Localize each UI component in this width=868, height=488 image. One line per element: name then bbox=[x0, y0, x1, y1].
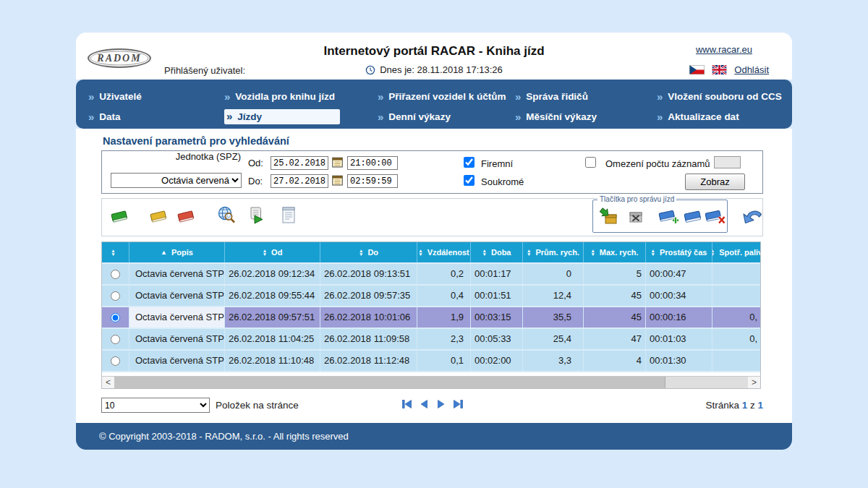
undo-arrow-icon[interactable] bbox=[741, 207, 765, 226]
from-time-input[interactable] bbox=[347, 156, 398, 170]
today-text: Dnes je: 28.11.2018 17:13:26 bbox=[380, 64, 503, 75]
trip-row[interactable]: Octavia červená STP 26.02.2018 09:57:51 … bbox=[102, 307, 760, 329]
nav-item-label: Denní výkazy bbox=[388, 111, 451, 122]
private-checkbox[interactable] bbox=[464, 175, 475, 186]
show-button[interactable]: Zobraz bbox=[685, 174, 745, 190]
cell-select bbox=[102, 264, 129, 284]
column-header[interactable]: Doba bbox=[471, 242, 523, 262]
horizontal-scrollbar[interactable] bbox=[102, 376, 760, 388]
column-header-label: Vzdálenost bbox=[427, 248, 469, 257]
from-date-input[interactable] bbox=[271, 156, 328, 170]
prev-page-icon[interactable] bbox=[419, 399, 429, 409]
trip-row[interactable]: Octavia červená STP 26.02.2018 09:12:34 … bbox=[102, 264, 760, 286]
sort-icon[interactable] bbox=[712, 249, 715, 256]
box-cut-icon[interactable] bbox=[625, 207, 645, 226]
column-header[interactable]: Popis bbox=[129, 242, 225, 262]
main-nav: Uživatelé Vozidla pro knihu jízd Přiřaze… bbox=[76, 80, 792, 129]
limit-input[interactable] bbox=[714, 156, 741, 168]
sort-icon[interactable] bbox=[527, 249, 531, 256]
trip-row[interactable]: Octavia červená STP 26.02.2018 09:55:44 … bbox=[102, 286, 760, 307]
row-radio[interactable] bbox=[111, 356, 120, 366]
book-add-icon[interactable] bbox=[658, 207, 680, 226]
sort-icon[interactable] bbox=[418, 249, 422, 256]
trip-row[interactable]: Octavia červená STP 26.02.2018 11:10:48 … bbox=[102, 351, 760, 372]
to-date-input[interactable] bbox=[271, 174, 328, 188]
nav-item[interactable]: Přiřazení vozidel k účtům bbox=[378, 89, 515, 104]
column-header[interactable]: Prostátý čas bbox=[646, 242, 712, 262]
of-label: z bbox=[750, 400, 755, 411]
column-header[interactable] bbox=[102, 242, 129, 262]
sort-icon[interactable] bbox=[359, 249, 363, 256]
book-pages-icon[interactable] bbox=[683, 207, 703, 226]
row-radio[interactable] bbox=[111, 270, 120, 279]
nav-item[interactable]: Jízdy bbox=[224, 109, 340, 124]
logout-link[interactable]: Odhlásit bbox=[734, 64, 769, 75]
sort-icon[interactable] bbox=[263, 249, 267, 256]
column-header[interactable]: Do bbox=[320, 242, 417, 262]
cell-select bbox=[102, 307, 129, 328]
box-import-icon[interactable] bbox=[599, 207, 619, 226]
row-radio[interactable] bbox=[111, 313, 120, 322]
green-book-icon[interactable] bbox=[109, 207, 129, 226]
nav-item[interactable]: Aktualizace dat bbox=[657, 109, 792, 124]
column-header[interactable]: Vzdálenost bbox=[417, 242, 471, 262]
website-link[interactable]: www.racar.eu bbox=[696, 44, 752, 55]
page-size-select[interactable]: 10 bbox=[101, 398, 210, 413]
nav-item-label: Data bbox=[99, 111, 120, 122]
red-book-icon[interactable] bbox=[176, 207, 196, 226]
scrollbar-thumb[interactable] bbox=[114, 377, 665, 388]
nav-item[interactable]: Měsíční výkazy bbox=[515, 109, 657, 124]
globe-search-icon[interactable] bbox=[216, 205, 237, 225]
nav-item[interactable]: Denní výkazy bbox=[378, 109, 515, 124]
scroll-right-button[interactable] bbox=[748, 377, 760, 388]
limit-checkbox[interactable] bbox=[585, 157, 596, 168]
column-header[interactable]: Spotř. paliv bbox=[712, 242, 760, 262]
cell-prum-rych: 12,4 bbox=[523, 286, 584, 306]
chevron-right-icon bbox=[378, 111, 383, 123]
script-run-icon[interactable] bbox=[245, 205, 265, 225]
row-radio[interactable] bbox=[111, 335, 120, 344]
sort-icon[interactable] bbox=[590, 249, 595, 256]
table-body: Octavia červená STP 26.02.2018 09:12:34 … bbox=[102, 264, 760, 372]
nav-item[interactable]: Data bbox=[88, 109, 224, 124]
next-page-icon[interactable] bbox=[435, 399, 446, 409]
sort-icon[interactable] bbox=[161, 249, 167, 256]
last-page-icon[interactable] bbox=[452, 399, 464, 409]
book-delete-icon[interactable] bbox=[705, 207, 726, 226]
column-header[interactable]: Max. rych. bbox=[584, 242, 646, 262]
scroll-left-button[interactable] bbox=[102, 377, 114, 388]
yellow-book-icon[interactable] bbox=[148, 207, 169, 226]
sort-icon[interactable] bbox=[482, 249, 487, 256]
cell-od: 26.02.2018 09:12:34 bbox=[225, 264, 320, 284]
content: Nastavení parametrů pro vyhledávání Jedn… bbox=[76, 129, 792, 423]
sort-icon[interactable] bbox=[111, 249, 115, 256]
cell-popis: Octavia červená STP bbox=[129, 286, 225, 306]
sort-icon[interactable] bbox=[651, 249, 655, 256]
report-form-icon[interactable] bbox=[280, 206, 297, 225]
first-page-icon[interactable] bbox=[401, 399, 412, 409]
uk-flag-icon[interactable] bbox=[712, 65, 727, 74]
row-radio[interactable] bbox=[111, 291, 120, 301]
to-time-input[interactable] bbox=[347, 174, 398, 188]
nav-item[interactable]: Uživatelé bbox=[88, 89, 224, 104]
cell-select bbox=[102, 286, 129, 306]
items-per-page-label: Položek na stránce bbox=[216, 400, 299, 411]
company-checkbox[interactable] bbox=[464, 157, 475, 168]
cell-doba: 00:01:51 bbox=[471, 286, 523, 306]
cell-popis: Octavia červená STP bbox=[129, 264, 225, 284]
cell-prostaty-cas: 00:01:03 bbox=[646, 329, 712, 349]
chevron-right-icon bbox=[515, 91, 521, 103]
column-header[interactable]: Prům. rych. bbox=[523, 242, 584, 262]
trip-row[interactable]: Octavia červená STP 26.02.2018 11:04:25 … bbox=[102, 329, 760, 351]
unit-select[interactable]: Octávia červená bbox=[111, 173, 242, 188]
scrollbar-track[interactable] bbox=[114, 377, 748, 388]
czech-flag-icon[interactable] bbox=[689, 65, 705, 74]
nav-item[interactable]: Vložení souboru od CCS bbox=[657, 89, 792, 104]
nav-item[interactable]: Správa řidičů bbox=[515, 89, 657, 104]
nav-item-label: Aktualizace dat bbox=[668, 111, 739, 122]
calendar-icon[interactable] bbox=[332, 175, 343, 186]
nav-item[interactable]: Vozidla pro knihu jízd bbox=[224, 89, 378, 104]
calendar-icon[interactable] bbox=[332, 157, 343, 168]
column-header[interactable]: Od bbox=[225, 242, 320, 262]
cell-max-rych: 5 bbox=[584, 264, 646, 284]
